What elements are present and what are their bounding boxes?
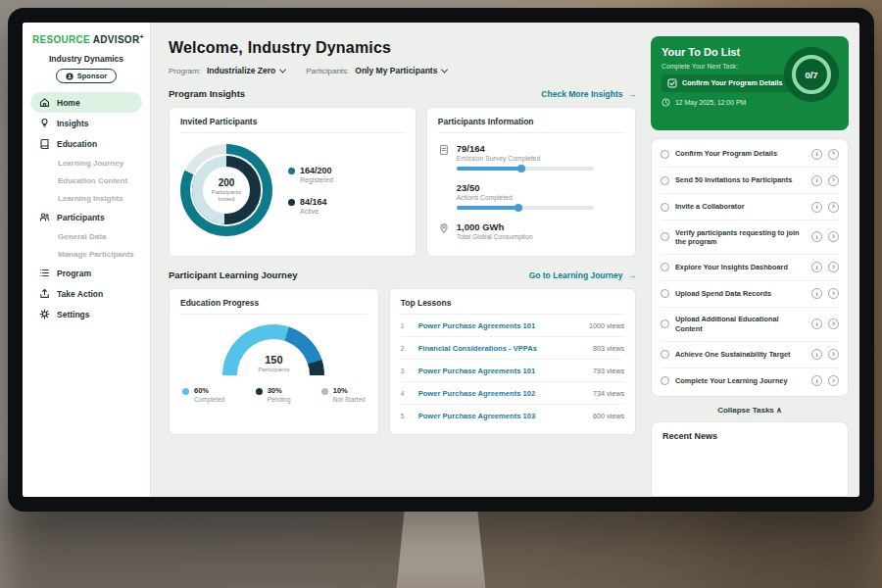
task-list: Confirm Your Program Details i › Send 50… xyxy=(651,138,849,397)
task-checkbox[interactable] xyxy=(661,319,669,328)
sidebar-item-program[interactable]: Program xyxy=(30,263,142,283)
lesson-row[interactable]: 4 Power Purchase Agreements 102 734 view… xyxy=(401,382,624,405)
task-row[interactable]: Verify participants requesting to join t… xyxy=(661,220,839,255)
participants-filter-label: Participants: xyxy=(306,67,349,75)
task-checkbox[interactable] xyxy=(661,176,669,185)
pending-label: Pending xyxy=(268,396,291,403)
consumption-pin-icon xyxy=(438,222,450,234)
task-row[interactable]: Explore Your Insights Dashboard i › xyxy=(661,255,839,281)
metric-actions-completed: 23/50 Actions Completed xyxy=(438,182,624,210)
sidebar-subitem-education-content[interactable]: Education Content xyxy=(30,172,142,189)
info-icon[interactable]: i xyxy=(811,231,822,242)
page-title: Welcome, Industry Dynamics xyxy=(169,39,636,57)
sidebar-item-settings[interactable]: Settings xyxy=(30,304,142,324)
chevron-right-icon[interactable]: › xyxy=(828,288,839,299)
go-to-learning-journey-link[interactable]: Go to Learning Journey → xyxy=(529,270,636,280)
lesson-link[interactable]: Power Purchase Agreements 101 xyxy=(418,321,583,330)
action-upload-icon xyxy=(39,288,50,299)
lesson-link[interactable]: Financial Considerations - VPPAs xyxy=(418,344,587,353)
sidebar-item-insights[interactable]: Insights xyxy=(30,113,142,133)
sidebar-item-education[interactable]: Education xyxy=(30,133,142,154)
legend-dot xyxy=(256,388,263,395)
chevron-right-icon[interactable]: › xyxy=(828,175,839,186)
legend-dot xyxy=(182,388,189,395)
sponsor-badge[interactable]: Sponsor xyxy=(56,69,117,83)
info-icon[interactable]: i xyxy=(811,349,822,360)
collapse-tasks-link[interactable]: Collapse Tasks ∧ xyxy=(651,397,849,419)
chevron-right-icon[interactable]: › xyxy=(828,231,839,242)
task-row[interactable]: Send 50 Invitations to Participants i › xyxy=(661,168,839,194)
invited-donut-outer: 200 Participants Invited xyxy=(180,144,272,236)
lesson-row[interactable]: 1 Power Purchase Agreements 101 1000 vie… xyxy=(401,315,624,337)
sidebar-subitem-learning-journey[interactable]: Learning Journey xyxy=(30,154,142,172)
spacer-icon xyxy=(438,183,450,195)
actions-completed-value: 23/50 xyxy=(457,182,594,193)
task-checkbox[interactable] xyxy=(661,263,669,271)
sidebar-subitem-general-data[interactable]: General Data xyxy=(30,227,142,245)
info-icon[interactable]: i xyxy=(811,318,822,329)
check-more-insights-link[interactable]: Check More Insights → xyxy=(541,89,636,99)
education-gauge-legend: 60% Completed 30% Pending xyxy=(180,386,368,403)
task-label: Achieve One Sustainability Target xyxy=(675,350,806,359)
info-icon[interactable]: i xyxy=(811,375,822,386)
program-filter-dropdown[interactable]: Industrialize Zero xyxy=(207,66,285,75)
chevron-right-icon[interactable]: › xyxy=(828,149,839,160)
lesson-row[interactable]: 3 Power Purchase Agreements 101 793 view… xyxy=(401,360,624,382)
invited-card-title: Invited Participants xyxy=(180,117,405,133)
task-checkbox[interactable] xyxy=(661,150,669,159)
sidebar-item-label: Insights xyxy=(57,119,89,128)
info-icon[interactable]: i xyxy=(811,175,822,186)
info-icon[interactable]: i xyxy=(811,149,822,160)
todo-summary-card: Your To Do List Complete Your Next Task:… xyxy=(651,36,849,130)
task-label: Complete Your Learning Journey xyxy=(675,376,806,385)
info-icon[interactable]: i xyxy=(811,202,822,213)
completed-label: Completed xyxy=(194,396,224,403)
task-row[interactable]: Invite a Collaborator i › xyxy=(661,194,839,220)
chevron-right-icon[interactable]: › xyxy=(828,349,839,360)
sidebar-subitem-manage-participants[interactable]: Manage Participants xyxy=(30,245,142,263)
info-icon[interactable]: i xyxy=(811,288,822,299)
chevron-right-icon[interactable]: › xyxy=(828,375,839,386)
task-row[interactable]: Upload Additional Educational Content i … xyxy=(661,308,839,342)
info-card-title: Participants Information xyxy=(438,117,624,133)
todo-panel: Your To Do List Complete Your Next Task:… xyxy=(648,23,859,497)
task-row[interactable]: Upload Spend Data Records i › xyxy=(661,281,839,308)
lesson-row[interactable]: 2 Financial Considerations - VPPAs 803 v… xyxy=(401,337,624,360)
sidebar-subitem-learning-insights[interactable]: Learning Insights xyxy=(30,189,142,207)
lesson-row[interactable]: 5 Power Purchase Agreements 103 600 view… xyxy=(401,405,624,426)
participants-filter-value: Only My Participants xyxy=(355,66,437,75)
sidebar-item-participants[interactable]: Participants xyxy=(30,207,142,227)
lesson-link[interactable]: Power Purchase Agreements 103 xyxy=(418,412,587,420)
lesson-rank: 4 xyxy=(401,390,413,397)
task-row[interactable]: Confirm Your Program Details i › xyxy=(661,141,839,168)
task-checkbox[interactable] xyxy=(661,232,669,241)
task-row[interactable]: Achieve One Sustainability Target i › xyxy=(661,342,839,368)
task-row[interactable]: Complete Your Learning Journey i › xyxy=(661,368,839,394)
task-checkbox[interactable] xyxy=(661,203,669,212)
task-checkbox[interactable] xyxy=(661,376,669,385)
task-label: Send 50 Invitations to Participants xyxy=(675,175,806,184)
program-insights-cards: Invited Participants 200 Participants In… xyxy=(169,107,636,257)
actions-completed-label: Actions Completed xyxy=(457,194,594,201)
next-task-pill[interactable]: Confirm Your Program Details xyxy=(662,74,794,92)
lesson-link[interactable]: Power Purchase Agreements 102 xyxy=(418,389,587,398)
chevron-right-icon[interactable]: › xyxy=(828,262,839,272)
due-date-text: 12 May 2025, 12:00 PM xyxy=(675,99,746,106)
task-checkbox[interactable] xyxy=(661,350,669,359)
participants-filter-dropdown[interactable]: Only My Participants xyxy=(355,66,447,75)
task-label: Confirm Your Program Details xyxy=(675,149,806,158)
lesson-rank: 3 xyxy=(401,368,413,374)
task-checkbox[interactable] xyxy=(661,289,669,298)
legend-not-started: 10% Not Started xyxy=(321,386,366,403)
sidebar-item-take-action[interactable]: Take Action xyxy=(30,283,142,304)
chevron-right-icon[interactable]: › xyxy=(828,202,839,213)
sidebar-item-label: Home xyxy=(57,98,80,108)
lesson-link[interactable]: Power Purchase Agreements 101 xyxy=(418,367,587,375)
task-label: Upload Additional Educational Content xyxy=(675,315,806,333)
sidebar-item-home[interactable]: Home xyxy=(30,92,142,113)
info-icon[interactable]: i xyxy=(811,262,822,272)
logo-plus: + xyxy=(139,33,143,40)
logo-text-secondary: ADVISOR xyxy=(93,34,140,45)
legend-completed: 60% Completed xyxy=(182,386,224,403)
chevron-right-icon[interactable]: › xyxy=(828,318,839,329)
